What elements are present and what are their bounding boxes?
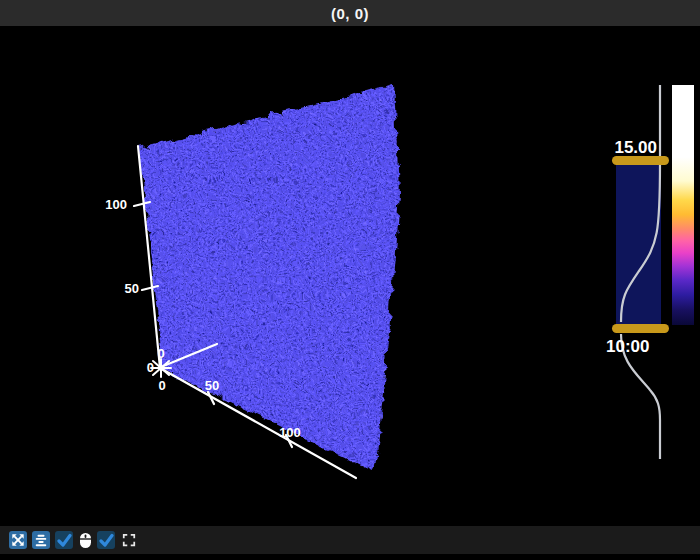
checkmark-icon xyxy=(98,532,114,548)
title-bar: (0, 0) xyxy=(0,0,700,26)
y-tick-0: 0 xyxy=(147,360,154,375)
upper-limit-handle[interactable] xyxy=(612,156,669,165)
volume-viewer-app: (0, 0) xyxy=(0,0,700,560)
x-tick-0: 0 xyxy=(158,378,165,393)
y-tick-50: 50 xyxy=(125,281,139,296)
page-title: (0, 0) xyxy=(331,5,369,22)
upper-limit-label: 15.00 xyxy=(614,138,657,157)
origin-marker xyxy=(151,359,171,377)
transfer-function-widget: 15.00 10:00 xyxy=(606,85,694,459)
z-tick-0: 0 xyxy=(157,346,164,361)
align-center-icon xyxy=(34,533,48,547)
move-view-button[interactable] xyxy=(9,531,27,549)
x-tick-100: 100 xyxy=(279,425,301,440)
mouse-icon xyxy=(79,532,92,549)
bottom-toolbar xyxy=(0,526,700,554)
x-tick-50: 50 xyxy=(205,378,219,393)
move-arrows-icon xyxy=(11,533,25,547)
y-tick-100: 100 xyxy=(105,197,127,212)
mouse-mode-indicator[interactable] xyxy=(78,531,92,549)
fullscreen-button[interactable] xyxy=(120,531,138,549)
3d-viewport[interactable]: 100 50 0 0 0 50 100 15.00 10:00 xyxy=(0,0,700,560)
lower-limit-handle[interactable] xyxy=(612,324,669,333)
fullscreen-icon xyxy=(122,533,136,547)
center-view-button[interactable] xyxy=(32,531,50,549)
checkmark-icon xyxy=(56,532,72,548)
volume-render[interactable] xyxy=(110,55,420,485)
toggle-b-checkbox[interactable] xyxy=(97,531,115,549)
toggle-a-checkbox[interactable] xyxy=(55,531,73,549)
lower-limit-label: 10:00 xyxy=(606,337,649,356)
colormap-strip xyxy=(672,85,694,325)
